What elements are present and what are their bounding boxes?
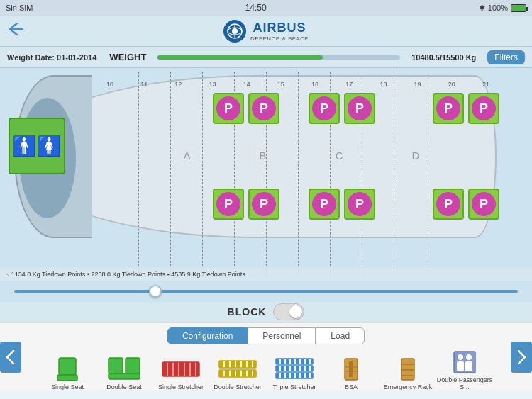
svg-rect-30 — [242, 361, 246, 368]
scroll-right-button[interactable] — [511, 342, 532, 373]
toggle-knob — [289, 305, 302, 318]
toilet-box: 🚹🚺 — [9, 118, 65, 174]
pallet-4[interactable]: P — [344, 93, 375, 124]
tab-configuration[interactable]: Configuration — [167, 327, 248, 344]
equipment-double-passengers[interactable]: Double Passengers S... — [436, 350, 493, 390]
back-button[interactable] — [7, 22, 24, 40]
svg-rect-20 — [179, 362, 184, 376]
pallet-11[interactable]: P — [433, 189, 464, 220]
equipment-bsa[interactable]: BSA — [323, 357, 379, 390]
emergency-rack-icon — [389, 357, 427, 381]
equipment-emergency-rack[interactable]: Emergency Rack — [379, 357, 436, 390]
double-stretcher-icon — [218, 357, 257, 381]
triple-stretcher-icon — [275, 357, 314, 381]
svg-rect-44 — [281, 359, 284, 364]
tiedown-text: ◦ 1134.0 Kg Tiedown Points • 2268.0 Kg T… — [7, 271, 245, 278]
tab-personnel[interactable]: Personnel — [248, 327, 316, 344]
pallet-5[interactable]: P — [433, 93, 464, 124]
divider-end — [394, 72, 394, 277]
svg-rect-5 — [59, 358, 76, 375]
svg-rect-27 — [225, 361, 229, 368]
svg-rect-47 — [296, 359, 299, 364]
block-toggle[interactable] — [273, 303, 304, 320]
pallet-1[interactable]: P — [213, 93, 244, 124]
svg-rect-31 — [248, 361, 252, 368]
single-stretcher-label: Single Stretcher — [158, 383, 204, 390]
divider-3 — [298, 72, 299, 277]
config-tabs: Configuration Personnel Load — [0, 323, 532, 347]
filter-button[interactable]: Filters — [487, 50, 525, 64]
svg-rect-52 — [281, 366, 284, 371]
weight-label: WEIGHT — [109, 52, 146, 62]
svg-rect-35 — [231, 370, 235, 377]
equipment-triple-stretcher[interactable]: Triple Stretcher — [266, 357, 323, 390]
svg-rect-62 — [291, 373, 294, 378]
toilet-icon: 🚹🚺 — [12, 135, 62, 158]
svg-rect-57 — [306, 366, 309, 371]
block-area: BLOCK — [0, 302, 532, 322]
svg-rect-9 — [109, 373, 140, 379]
pallet-3[interactable]: P — [309, 93, 340, 124]
logo-text: AIRBUS DEFENCE & SPACE — [250, 21, 309, 42]
svg-rect-21 — [185, 362, 189, 376]
svg-rect-61 — [286, 373, 289, 378]
slider-thumb[interactable] — [149, 285, 162, 298]
double-passengers-label: Double Passengers S... — [436, 376, 493, 390]
equipment-single-stretcher[interactable]: Single Stretcher — [153, 357, 209, 390]
svg-rect-28 — [231, 361, 235, 368]
svg-rect-17 — [162, 362, 167, 376]
svg-rect-68 — [349, 361, 353, 377]
scroll-left-button[interactable] — [0, 342, 21, 373]
logo-circle — [223, 20, 246, 43]
svg-rect-38 — [248, 370, 252, 377]
tab-load[interactable]: Load — [316, 327, 365, 344]
svg-rect-37 — [242, 370, 246, 377]
time-label: 14:50 — [245, 3, 267, 13]
pallet-8[interactable]: P — [248, 189, 279, 220]
svg-rect-79 — [465, 361, 472, 371]
battery-icon — [511, 4, 526, 12]
single-stretcher-icon — [162, 357, 200, 381]
pallet-10[interactable]: P — [344, 189, 375, 220]
svg-rect-36 — [236, 370, 240, 377]
svg-rect-54 — [291, 366, 294, 371]
emergency-rack-label: Emergency Rack — [384, 383, 433, 390]
timeline-slider[interactable] — [14, 290, 518, 293]
svg-rect-49 — [306, 359, 309, 364]
svg-rect-48 — [301, 359, 304, 364]
svg-rect-60 — [281, 373, 284, 378]
equipment-double-seat[interactable]: Double Seat — [96, 357, 153, 390]
svg-rect-58 — [311, 366, 313, 371]
pallet-2[interactable]: P — [248, 93, 279, 124]
svg-rect-6 — [57, 375, 77, 381]
svg-rect-56 — [301, 366, 304, 371]
battery-label: 100% — [488, 4, 508, 12]
svg-rect-65 — [306, 373, 309, 378]
weight-progress-bar — [157, 55, 400, 60]
svg-rect-66 — [311, 373, 313, 378]
pallet-7[interactable]: P — [213, 189, 244, 220]
svg-rect-22 — [191, 362, 195, 376]
tiedown-legend: ◦ 1134.0 Kg Tiedown Points • 2268.0 Kg T… — [0, 268, 532, 281]
svg-rect-19 — [174, 362, 178, 376]
block-label: BLOCK — [228, 306, 267, 317]
equipment-single-seat[interactable]: Single Seat — [39, 357, 96, 390]
logo-subtitle: DEFENCE & SPACE — [250, 35, 309, 42]
equipment-double-stretcher[interactable]: Double Stretcher — [209, 357, 266, 390]
svg-rect-77 — [457, 361, 464, 371]
slider-area — [0, 281, 532, 302]
weight-bar: Weight Date: 01-01-2014 WEIGHT 10480.5/1… — [0, 47, 532, 68]
svg-rect-18 — [168, 362, 172, 376]
weight-progress-fill — [157, 55, 322, 60]
svg-rect-23 — [196, 362, 199, 376]
svg-rect-39 — [253, 370, 256, 377]
battery-area: ✱ 100% — [479, 4, 526, 13]
pallet-6[interactable]: P — [468, 93, 499, 124]
pallet-9[interactable]: P — [309, 189, 340, 220]
svg-point-76 — [458, 354, 463, 360]
zone-C: C — [336, 150, 343, 162]
carrier-label: Sin SIM — [6, 4, 33, 12]
pallet-12[interactable]: P — [468, 189, 499, 220]
svg-rect-55 — [296, 366, 299, 371]
svg-rect-34 — [225, 370, 229, 377]
